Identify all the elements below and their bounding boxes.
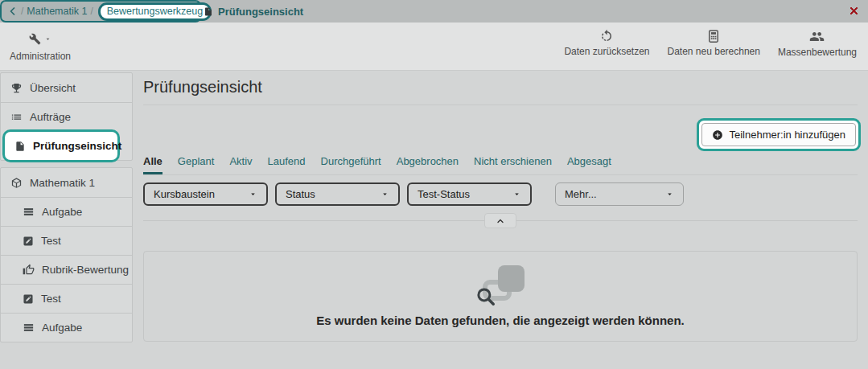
edit-icon <box>23 236 34 247</box>
filter-status[interactable]: Status <box>275 182 400 206</box>
tab-geplant[interactable]: Geplant <box>178 155 215 174</box>
tab-aktiv[interactable]: Aktiv <box>229 155 252 174</box>
filter-row: Kursbaustein Status Test-Status Mehr... <box>143 182 858 206</box>
top-tab-bar: / Mathematik 1 / Bewertungswerkzeug Prüf… <box>0 0 868 23</box>
toolbar: Administration Daten zurücksetzen Daten … <box>0 23 868 71</box>
wrench-icon <box>29 33 41 45</box>
edit-icon <box>23 293 34 305</box>
sidebar-item-auftraege[interactable]: Aufträge <box>1 102 132 131</box>
tab-laufend[interactable]: Laufend <box>268 155 306 174</box>
caret-down-icon <box>512 190 521 199</box>
bulk-assessment-button[interactable]: Massenbewertung <box>778 29 857 58</box>
caret-down-icon <box>249 190 257 199</box>
tab-alle[interactable]: Alle <box>143 155 162 174</box>
sidebar-item-label: Prüfungseinsicht <box>33 140 121 152</box>
stack-icon <box>23 206 35 218</box>
tab-durchgefuehrt[interactable]: Durchgeführt <box>321 155 381 174</box>
empty-search-illustration <box>475 265 526 307</box>
sidebar-group-course: Mathematik 1 Aufgabe Test Rubrik-Bewertu… <box>0 167 133 342</box>
sidebar-item-uebersicht[interactable]: Übersicht <box>1 73 132 102</box>
sidebar-item-test-2[interactable]: Test <box>1 284 132 313</box>
annotation-highlight: Teilnehmer:in hinzufügen <box>697 118 861 151</box>
breadcrumb-item-course[interactable]: Mathematik 1 <box>27 6 87 17</box>
sidebar-item-test-1[interactable]: Test <box>1 226 132 255</box>
chevron-up-icon <box>496 216 505 226</box>
group-icon <box>809 29 825 44</box>
cube-icon <box>10 177 23 189</box>
tab-label: Prüfungseinsicht <box>218 6 303 18</box>
breadcrumb-item-bewertungswerkzeug[interactable]: Bewertungswerkzeug <box>98 2 212 21</box>
sidebar-item-label: Aufgabe <box>42 322 82 334</box>
empty-state-panel: Es wurden keine Daten gefunden, die ange… <box>143 251 858 342</box>
sidebar-item-aufgabe-1[interactable]: Aufgabe <box>1 197 132 226</box>
caret-down-icon <box>44 35 51 43</box>
sidebar-item-rubrik-bewertung[interactable]: Rubrik-Bewertung <box>1 255 132 284</box>
list-icon <box>10 111 23 123</box>
filled-square-shape <box>498 265 525 292</box>
sidebar-item-label: Aufgabe <box>42 206 82 218</box>
magnifier-icon <box>475 285 499 310</box>
empty-state-message: Es wurden keine Daten gefunden, die ange… <box>316 314 685 327</box>
reset-data-button[interactable]: Daten zurücksetzen <box>564 29 649 58</box>
recalculate-data-label: Daten neu berechnen <box>668 46 760 57</box>
sidebar-item-course[interactable]: Mathematik 1 <box>1 168 132 197</box>
thumb-up-icon <box>23 264 35 276</box>
sidebar-item-aufgabe-2[interactable]: Aufgabe <box>1 313 132 342</box>
breadcrumb: / Mathematik 1 / Bewertungswerkzeug <box>0 0 201 23</box>
plus-circle-icon <box>712 129 723 141</box>
filter-label: Status <box>286 188 315 200</box>
sidebar-item-label: Mathematik 1 <box>30 177 95 189</box>
tab-abgesagt[interactable]: Abgesagt <box>567 155 611 174</box>
sidebar-item-label: Aufträge <box>30 111 71 123</box>
tab-abgebrochen[interactable]: Abgebrochen <box>397 155 459 174</box>
filter-test-status[interactable]: Test-Status <box>407 182 532 206</box>
breadcrumb-separator: / <box>90 6 93 17</box>
filter-tabs: Alle Geplant Aktiv Laufend Durchgeführt … <box>143 155 858 175</box>
breadcrumb-separator: / <box>21 6 23 17</box>
main-content: Prüfungseinsicht Teilnehmer:in hinzufüge… <box>143 71 858 342</box>
recalculate-data-button[interactable]: Daten neu berechnen <box>668 29 760 58</box>
sidebar-item-label: Test <box>41 235 61 247</box>
filter-more[interactable]: Mehr... <box>555 182 684 206</box>
sidebar-item-label: Übersicht <box>30 82 76 94</box>
sidebar-item-pruefungseinsicht[interactable]: Prüfungseinsicht <box>2 129 120 162</box>
sidebar: Übersicht Aufträge Prüfungseinsicht Math… <box>0 72 133 349</box>
filter-label: Kursbaustein <box>154 188 215 200</box>
filter-label: Test-Status <box>418 188 470 200</box>
administration-menu[interactable]: Administration <box>10 29 71 62</box>
filter-label: Mehr... <box>565 188 597 200</box>
calculator-icon <box>706 29 721 43</box>
reset-data-label: Daten zurücksetzen <box>564 46 649 57</box>
add-participant-label: Teilnehmer:in hinzufügen <box>729 129 845 141</box>
undo-icon <box>599 29 614 43</box>
collapse-filters-button[interactable] <box>484 213 516 228</box>
sidebar-group-tool: Übersicht Aufträge Prüfungseinsicht <box>0 72 133 161</box>
add-participant-button[interactable]: Teilnehmer:in hinzufügen <box>701 123 856 146</box>
sidebar-item-label: Test <box>41 293 61 305</box>
caret-down-icon <box>381 190 389 199</box>
filter-kursbaustein[interactable]: Kursbaustein <box>143 182 268 206</box>
tab-nicht-erschienen[interactable]: Nicht erschienen <box>474 155 552 174</box>
back-button[interactable] <box>8 6 18 16</box>
close-icon[interactable] <box>848 5 860 17</box>
stack-icon <box>23 322 35 334</box>
bulk-assessment-label: Massenbewertung <box>778 47 857 58</box>
document-icon <box>14 141 26 152</box>
administration-label: Administration <box>10 51 71 62</box>
chevron-left-icon <box>8 6 18 16</box>
sidebar-item-label: Rubrik-Bewertung <box>42 264 129 276</box>
trophy-icon <box>10 82 23 94</box>
document-icon <box>204 6 213 17</box>
caret-down-icon <box>665 190 674 199</box>
page-title: Prüfungseinsicht <box>143 78 858 96</box>
tab-pruefungseinsicht[interactable]: Prüfungseinsicht <box>204 0 303 23</box>
